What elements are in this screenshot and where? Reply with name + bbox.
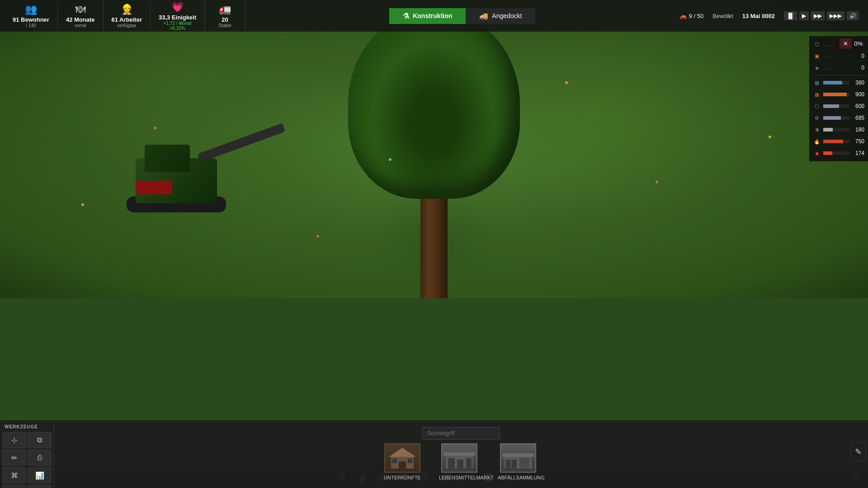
coal-value: 174 bbox=[852, 150, 864, 156]
bewohner-icon: 👥 bbox=[25, 4, 37, 15]
food-bar bbox=[823, 104, 839, 108]
rope-icon: ⊕ bbox=[813, 126, 821, 134]
coal-bar bbox=[823, 151, 832, 155]
tools-bar bbox=[823, 116, 841, 120]
top-hud: 👥 91 Bewohner / 140 🍽 42 Monate vorrat 👷… bbox=[0, 0, 868, 32]
search-input[interactable] bbox=[422, 427, 500, 440]
copy-icon: ⧉ bbox=[37, 436, 42, 444]
brush-button[interactable]: ✎ bbox=[851, 443, 866, 461]
weather-info: Bewölkt bbox=[712, 13, 733, 19]
print-tool-button[interactable]: ⎙ bbox=[28, 450, 52, 466]
time-controls: ▐▌ ▶ ▶▶ ▶▶▶ 🔊 bbox=[784, 11, 859, 20]
wood-icon: ▣ bbox=[813, 52, 821, 60]
fast-forward-button[interactable]: ▶▶ bbox=[811, 11, 825, 20]
monate-value: 42 Monate bbox=[66, 16, 95, 23]
building-abfall[interactable]: ABFALLSAMMLUNG bbox=[498, 443, 538, 481]
flower-decoration bbox=[565, 81, 568, 84]
planks-value: 360 bbox=[852, 80, 864, 86]
chart-tool-button[interactable]: 📊 bbox=[28, 467, 52, 483]
sound-button[interactable]: 🔊 bbox=[847, 11, 859, 20]
resource-coal: ◆ 174 bbox=[809, 147, 868, 159]
coal-icon: ◆ bbox=[813, 149, 821, 157]
resource-iron: ◈ ........ 0 bbox=[809, 62, 868, 74]
truck-icon: 🚚 bbox=[479, 12, 488, 20]
abfall-icon bbox=[500, 443, 536, 473]
excavator bbox=[108, 127, 262, 217]
edit-tool-button[interactable]: ✎ bbox=[28, 485, 52, 488]
play-button[interactable]: ▶ bbox=[799, 11, 809, 20]
chart-icon: 📊 bbox=[35, 471, 44, 480]
search-container bbox=[422, 427, 500, 440]
unterkuenfte-label: UNTERKÜNFTE bbox=[384, 475, 421, 481]
date-display: 13 Mai 0002 bbox=[742, 13, 775, 19]
print-icon: ⎙ bbox=[38, 454, 42, 462]
stable-sub: Stable bbox=[218, 23, 231, 28]
flower-decoration bbox=[389, 158, 392, 161]
svg-rect-11 bbox=[502, 453, 534, 457]
stable-icon: 🚛 bbox=[219, 4, 231, 15]
iron-dots: ........ bbox=[823, 66, 849, 70]
vehicle-icon: 🚗 bbox=[679, 13, 687, 19]
einigkeit-value: 33,3 Einigkeit bbox=[159, 14, 196, 21]
lebensmittel-svg bbox=[443, 447, 475, 469]
bricks-value: 900 bbox=[852, 91, 864, 98]
svg-rect-2 bbox=[399, 461, 406, 469]
planks-bar-container bbox=[823, 81, 849, 84]
stone-icon: ⬡ bbox=[813, 40, 821, 48]
stat-stable: 🚛 20 Stable bbox=[205, 1, 245, 30]
flower-decoration bbox=[81, 203, 84, 206]
buildings-section: UNTERKÜNFTE LEBENSMITTELMARKT bbox=[54, 420, 868, 488]
resource-planks: ▦ 360 bbox=[809, 77, 868, 89]
arbeiter-value: 61 Arbeiter bbox=[112, 16, 142, 23]
close-button[interactable]: ✕ bbox=[840, 38, 852, 49]
svg-rect-12 bbox=[511, 460, 517, 469]
flower-decoration bbox=[316, 235, 319, 238]
pencil-icon: ✏ bbox=[11, 454, 17, 462]
resource-divider bbox=[811, 75, 866, 75]
vehicle-count: 9 / 50 bbox=[689, 13, 704, 19]
layers-tool-button[interactable]: ◫ bbox=[2, 485, 26, 488]
pencil-tool-button[interactable]: ✏ bbox=[2, 450, 26, 466]
flower-decoration bbox=[656, 181, 658, 183]
angedockt-badge[interactable]: 🚚 Angedockt bbox=[466, 8, 535, 24]
stat-bewohner: 👥 91 Bewohner / 140 bbox=[5, 1, 58, 30]
fuel-bar-container bbox=[823, 140, 849, 143]
copy-tool-button[interactable]: ⧉ bbox=[28, 432, 52, 448]
stable-value: 20 bbox=[222, 16, 228, 23]
monate-icon: 🍽 bbox=[75, 4, 85, 15]
pct-value: 0% bbox=[854, 40, 863, 47]
group-tool-button[interactable]: ⌘ bbox=[2, 467, 26, 483]
svg-rect-14 bbox=[506, 460, 510, 469]
buildings-row: UNTERKÜNFTE LEBENSMITTELMARKT bbox=[384, 443, 538, 481]
tools-grid: ⊹ ⧉ ✏ ⎙ ⌘ 📊 ◫ ✎ bbox=[2, 432, 52, 488]
bewohner-sub: / 140 bbox=[26, 23, 36, 28]
konstruktion-badge[interactable]: ⚗ Konstruktion bbox=[389, 8, 466, 24]
pause-button[interactable]: ▐▌ bbox=[784, 11, 797, 20]
svg-marker-1 bbox=[389, 448, 416, 457]
einigkeit-sub: +1,72 / Monat bbox=[164, 21, 191, 26]
flask-icon: ⚗ bbox=[403, 12, 409, 20]
arbeiter-sub: verfügbar bbox=[117, 23, 136, 28]
building-lebensmittel[interactable]: LEBENSMITTELMARKT bbox=[439, 443, 480, 481]
stat-einigkeit: 💗 33,3 Einigkeit +1,72 / Monat +0,10% bbox=[151, 0, 205, 33]
tools-value: 685 bbox=[852, 115, 864, 121]
arbeiter-icon: 👷 bbox=[121, 4, 133, 15]
flower-decoration bbox=[769, 136, 771, 138]
flower-decoration bbox=[154, 127, 156, 129]
wood-value: 0 bbox=[852, 53, 864, 59]
fastest-button[interactable]: ▶▶▶ bbox=[827, 11, 844, 20]
select-tool-button[interactable]: ⊹ bbox=[2, 432, 26, 448]
planks-bar bbox=[823, 81, 842, 84]
svg-rect-9 bbox=[466, 458, 472, 469]
building-unterkuenfte[interactable]: UNTERKÜNFTE bbox=[384, 443, 421, 481]
food-value: 600 bbox=[852, 103, 864, 109]
excavator-cabin bbox=[145, 145, 190, 172]
tools-label: WERKZEUGE bbox=[2, 422, 52, 432]
svg-rect-7 bbox=[448, 458, 455, 469]
resource-panel: ⬡ ........ 0 ▣ ........ 0 ◈ ........ 0 ▦… bbox=[809, 36, 868, 161]
pct-badge: ✕ 0% bbox=[834, 36, 868, 51]
tools-bar-container bbox=[823, 116, 849, 120]
svg-rect-3 bbox=[392, 459, 397, 463]
stat-monate: 🍽 42 Monate vorrat bbox=[58, 1, 104, 30]
svg-rect-13 bbox=[519, 458, 529, 469]
